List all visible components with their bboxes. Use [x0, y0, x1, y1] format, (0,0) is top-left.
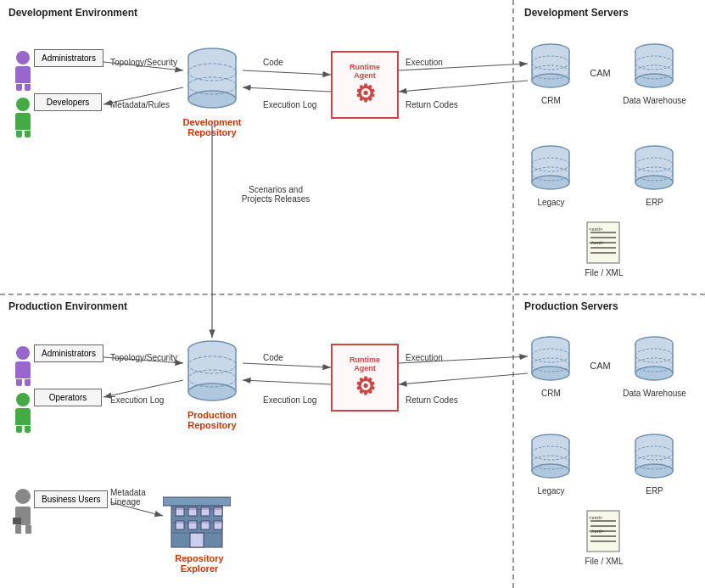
svg-point-73: [532, 367, 569, 380]
dev-env-label: Development Environment: [8, 7, 137, 19]
svg-rect-60: [214, 507, 222, 516]
svg-text:</xml>: </xml>: [589, 529, 605, 534]
dev-developer-person: [10, 98, 36, 137]
prod-repo-db: [182, 339, 242, 407]
svg-point-47: [188, 384, 236, 400]
dev-repo-db: [182, 47, 242, 115]
business-users-box: Business Users: [34, 490, 108, 508]
svg-rect-65: [190, 533, 204, 547]
svg-rect-53: [25, 525, 31, 534]
dev-agent-box: RuntimeAgent ⚙: [331, 51, 399, 119]
dev-dw-db: [631, 42, 678, 93]
dev-file-doc: <xml> </xml>: [585, 221, 628, 265]
svg-point-80: [635, 367, 673, 380]
svg-line-119: [399, 373, 528, 384]
metadata-lineage-label: MetadataLineage: [110, 488, 146, 507]
svg-line-115: [104, 380, 183, 397]
prod-execlog1-label: Execution Log: [110, 395, 164, 405]
dev-filexml-label: File / XML: [570, 268, 638, 277]
svg-text:<xml>: <xml>: [589, 227, 603, 232]
svg-text:</xml>: </xml>: [589, 240, 605, 245]
dev-dw-label: Data Warehouse: [623, 96, 686, 105]
dev-returncodes-label: Return Codes: [406, 100, 458, 109]
svg-point-18: [635, 74, 673, 87]
prod-operator-person: [10, 393, 36, 433]
dev-admin-person: [10, 51, 36, 91]
svg-rect-52: [15, 525, 21, 534]
svg-point-4: [188, 91, 236, 108]
dev-erp-db: [631, 144, 678, 195]
repo-explorer-label: RepositoryExplorer: [170, 553, 229, 574]
horizontal-divider: [0, 294, 705, 295]
svg-point-87: [532, 464, 569, 478]
prod-returncodes-label: Return Codes: [406, 395, 458, 405]
dev-crm-db: [528, 42, 574, 93]
svg-line-117: [243, 380, 331, 384]
dev-code-label: Code: [263, 58, 283, 67]
svg-rect-64: [214, 521, 222, 529]
svg-rect-61: [176, 521, 184, 529]
prod-agent-box: RuntimeAgent ⚙: [331, 344, 399, 412]
dev-metadata-label: Metadata/Rules: [110, 100, 170, 109]
dev-legacy-db: [528, 144, 574, 195]
dev-topology-label: Topology/Security: [110, 58, 177, 67]
dev-crm-label: CRM: [528, 96, 574, 105]
svg-point-94: [635, 464, 673, 478]
prod-erp-label: ERP: [631, 486, 678, 496]
prod-env-label: Production Environment: [8, 300, 127, 312]
prod-code-label: Code: [263, 353, 283, 362]
prod-repo-label: ProductionRepository: [182, 410, 242, 430]
dev-cam-label: CAM: [577, 68, 624, 78]
prod-cam-label: CAM: [577, 361, 624, 371]
prod-admin-person: [10, 346, 36, 386]
scenarios-label: Scenarios andProjects Releases: [225, 185, 327, 204]
prod-topology-label: Topology/Security: [110, 353, 177, 362]
prod-dw-db: [631, 335, 678, 386]
vertical-divider: [512, 0, 514, 588]
svg-rect-63: [201, 521, 210, 529]
svg-rect-58: [188, 507, 197, 516]
prod-crm-db: [528, 335, 574, 386]
prod-servers-label: Production Servers: [524, 300, 618, 312]
prod-legacy-label: Legacy: [528, 486, 574, 496]
dev-execution-label: Execution: [406, 58, 443, 67]
svg-rect-59: [201, 507, 210, 516]
svg-rect-56: [163, 497, 231, 506]
dev-erp-label: ERP: [631, 198, 678, 207]
svg-rect-62: [188, 521, 197, 529]
svg-point-32: [635, 176, 673, 189]
prod-admin-box: Administrators: [34, 344, 104, 362]
svg-rect-54: [13, 518, 21, 524]
prod-dw-label: Data Warehouse: [623, 389, 686, 398]
prod-execution-label: Execution: [406, 353, 443, 362]
svg-text:<xml>: <xml>: [589, 515, 603, 520]
prod-execlog2-label: Execution Log: [263, 395, 316, 405]
dev-admin-box: Administrators: [34, 49, 104, 67]
dev-repo-label: DevelopmentRepository: [182, 117, 242, 137]
svg-point-11: [532, 74, 569, 87]
prod-erp-db: [631, 433, 678, 484]
svg-point-25: [532, 176, 569, 189]
repo-explorer-building: [163, 484, 231, 553]
svg-rect-57: [176, 507, 184, 516]
prod-legacy-db: [528, 433, 574, 484]
svg-line-109: [243, 70, 331, 75]
prod-filexml-label: File / XML: [570, 557, 638, 566]
dev-execlog-label: Execution Log: [263, 100, 316, 109]
dev-servers-label: Development Servers: [524, 7, 629, 19]
svg-line-110: [243, 87, 331, 92]
prod-file-doc: <xml> </xml>: [585, 509, 628, 553]
dev-developer-box: Developers: [34, 93, 102, 111]
prod-crm-label: CRM: [528, 389, 574, 398]
dev-legacy-label: Legacy: [528, 198, 574, 207]
svg-line-112: [399, 81, 528, 92]
svg-point-50: [15, 489, 31, 504]
prod-operator-box: Operators: [34, 389, 102, 406]
svg-line-116: [243, 363, 331, 367]
